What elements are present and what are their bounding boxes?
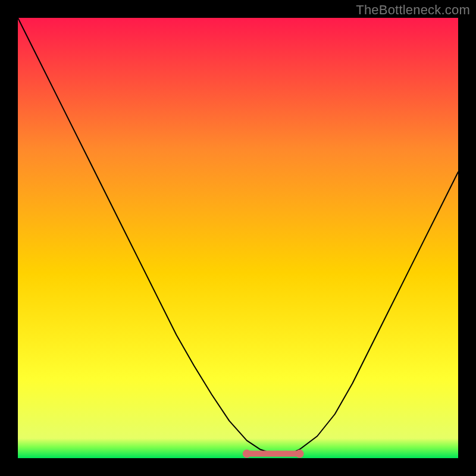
tail-end-left xyxy=(243,450,251,458)
watermark-text: TheBottleneck.com xyxy=(356,2,470,18)
tail-dot xyxy=(285,451,287,453)
tail-dot xyxy=(277,451,279,453)
tail-end-right xyxy=(296,450,304,458)
chart-frame: TheBottleneck.com xyxy=(0,0,476,476)
plot-svg xyxy=(18,18,458,458)
tail-dot xyxy=(294,451,296,453)
plot-background xyxy=(18,18,458,458)
tail-dot xyxy=(259,451,261,453)
tail-dot xyxy=(268,451,270,453)
tail-dot xyxy=(250,451,252,453)
bottleneck-plot xyxy=(18,18,458,458)
